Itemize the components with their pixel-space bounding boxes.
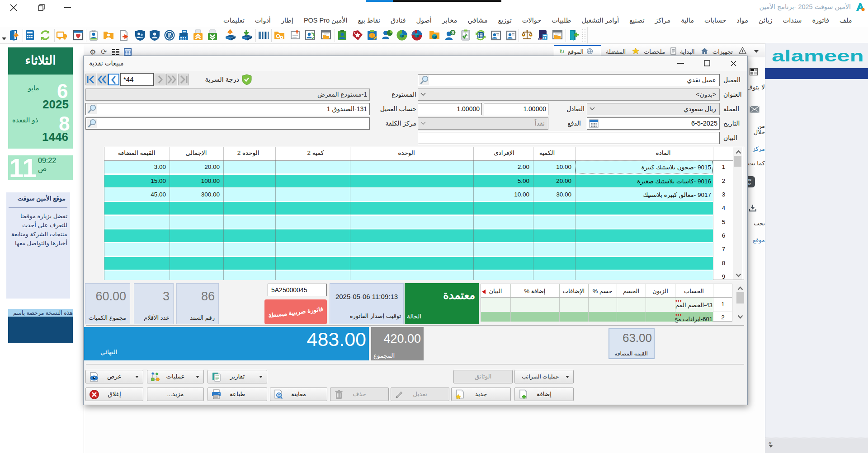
svg-text:$: $ [451,30,454,35]
svg-text:Q: Q [278,393,280,397]
